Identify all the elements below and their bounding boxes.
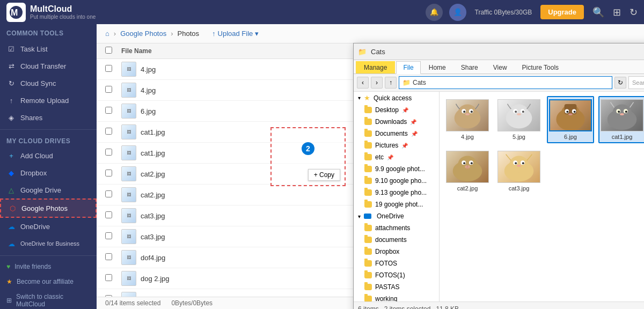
search-box[interactable]: Search Cats 🔍 xyxy=(628,76,644,89)
sidebar-item-dropbox[interactable]: ◆ Dropbox xyxy=(0,164,97,181)
row-check[interactable] xyxy=(105,232,121,241)
nav-forward-button[interactable]: › xyxy=(371,77,383,89)
row-check[interactable] xyxy=(105,65,121,73)
ribbon-tab-share[interactable]: Share xyxy=(454,61,485,73)
grid-icon[interactable]: ⊞ xyxy=(613,6,621,18)
upgrade-button[interactable]: Upgrade xyxy=(540,5,584,19)
thumb-item-cat1jpg[interactable]: cat1.jpg xyxy=(598,96,644,143)
thumb-item-5jpg[interactable]: 5.jpg xyxy=(495,96,543,143)
sidebar-item-google-drive[interactable]: △ Google Drive xyxy=(0,181,97,198)
9-9-label: 9.9 google phot... xyxy=(375,165,425,173)
sidebar-item-cloud-transfer[interactable]: ⇄ Cloud Transfer xyxy=(0,57,97,75)
nav-up-button[interactable]: ↑ xyxy=(385,77,397,89)
sidebar-classic[interactable]: ⊞ Switch to classic MultCloud xyxy=(0,289,97,309)
row-check[interactable] xyxy=(105,170,121,178)
nav-panel-fotos[interactable]: FOTOS xyxy=(354,258,439,269)
nav-panel-downloads[interactable]: Downloads 📌 xyxy=(354,116,439,128)
svg-point-7 xyxy=(471,111,473,113)
file-thumb: 🖼 xyxy=(121,229,136,244)
ribbon-tab-file[interactable]: File xyxy=(396,61,420,74)
remote-upload-icon: ↑ xyxy=(6,95,16,105)
upload-file-button[interactable]: ↑ Upload File ▾ xyxy=(212,30,259,38)
thumb-item-6jpg[interactable]: 6.jpg xyxy=(547,96,594,143)
documents-label: Documents xyxy=(375,130,408,137)
quick-access-arrow: ▾ xyxy=(358,95,361,101)
nav-panel-fotos1[interactable]: FOTOS(1) xyxy=(354,269,439,281)
row-check[interactable] xyxy=(105,86,121,94)
ribbon-tab-picture-tools[interactable]: Picture Tools xyxy=(515,61,566,73)
ribbon-tab-view[interactable]: View xyxy=(486,61,514,73)
explorer-statusbar: 6 items 2 items selected 11.8 KB ≡ ⊟ xyxy=(354,301,644,309)
thumb-item-cat2jpg[interactable]: cat2.jpg xyxy=(444,148,491,195)
nav-panel-9-10[interactable]: 9.10 google pho... xyxy=(354,175,439,187)
refresh-icon[interactable]: ↻ xyxy=(630,6,638,18)
sidebar-label-remote-upload: Remote Upload xyxy=(20,97,69,105)
quick-access-header[interactable]: ▾ ★ Quick access xyxy=(354,92,439,104)
search-icon[interactable]: 🔍 xyxy=(592,6,604,18)
nav-back-button[interactable]: ‹ xyxy=(357,77,369,89)
nav-panel-9-13[interactable]: 9.13 google pho... xyxy=(354,187,439,198)
row-check[interactable] xyxy=(105,107,121,115)
onedrive-section-header[interactable]: ▾ OneDrive xyxy=(354,210,439,222)
folder-icon xyxy=(364,142,372,149)
thumb-label: cat1.jpg xyxy=(612,134,633,140)
file-thumb: 🖼 xyxy=(121,271,136,286)
nav-panel-pictures[interactable]: Pictures 📌 xyxy=(354,139,439,151)
nav-panel-desktop[interactable]: Desktop 📌 xyxy=(354,104,439,116)
sidebar-item-shares[interactable]: ◈ Shares xyxy=(0,109,97,126)
sidebar-item-cloud-sync[interactable]: ↻ Cloud Sync xyxy=(0,75,97,92)
thumb-item-4jpg[interactable]: 4.jpg xyxy=(444,96,491,143)
sidebar-label-google-drive: Google Drive xyxy=(20,186,61,194)
topbar-right: 🔔 👤 Traffic 0Bytes/30GB Upgrade 🔍 ⊞ ↻ xyxy=(426,4,638,21)
nav-panel-19[interactable]: 19 google phot... xyxy=(354,198,439,210)
nav-panel-documents[interactable]: Documents 📌 xyxy=(354,128,439,139)
select-all-checkbox[interactable] xyxy=(105,47,112,54)
copy-button[interactable]: + Copy xyxy=(308,169,340,181)
sidebar-affiliate[interactable]: ★ Become our affiliate xyxy=(0,274,97,289)
invite-label: Invite friends xyxy=(14,263,51,270)
folder-icon xyxy=(364,119,372,125)
row-check[interactable] xyxy=(105,274,121,283)
nav-path-bar[interactable]: 📁 Cats xyxy=(399,76,612,89)
ribbon-tab-manage[interactable]: Manage xyxy=(356,61,395,73)
invite-icon: ♥ xyxy=(6,263,10,270)
row-check[interactable] xyxy=(105,211,121,220)
header-check[interactable] xyxy=(105,47,121,55)
row-check[interactable] xyxy=(105,253,121,262)
sidebar-item-add-cloud[interactable]: + Add Cloud xyxy=(0,147,97,164)
nav-panel-etc[interactable]: etc 📌 xyxy=(354,151,439,163)
fotos-label: FOTOS xyxy=(375,260,397,267)
classic-label: Switch to classic MultCloud xyxy=(16,293,90,308)
breadcrumb-google-photos[interactable]: Google Photos xyxy=(120,30,166,38)
thumb-label: 4.jpg xyxy=(461,134,474,140)
sidebar-item-onedrive-business[interactable]: ☁ OneDrive for Business xyxy=(0,235,97,252)
folder-icon xyxy=(364,178,372,184)
pin-icon: 📌 xyxy=(410,119,416,125)
home-breadcrumb-icon[interactable]: ⌂ xyxy=(105,30,109,38)
nav-refresh-button[interactable]: ↻ xyxy=(614,77,626,89)
file-thumb: 🖼 xyxy=(121,208,136,223)
sidebar-invite-friends[interactable]: ♥ Invite friends xyxy=(0,259,97,274)
ribbon-tabs: Manage File Home Share View Picture Tool… xyxy=(354,60,644,73)
nav-panel-pastas[interactable]: PASTAS xyxy=(354,281,439,293)
pin-icon: 📌 xyxy=(401,143,408,149)
search-box-placeholder: Search Cats xyxy=(632,79,644,86)
nav-panel-dropbox-od[interactable]: Dropbox xyxy=(354,246,439,258)
nav-panel-documents-od[interactable]: documents xyxy=(354,234,439,246)
ribbon-tab-home[interactable]: Home xyxy=(422,61,453,73)
thumb-item-cat3jpg[interactable]: cat3.jpg xyxy=(495,148,543,195)
svg-text:M: M xyxy=(11,8,18,17)
folder-icon xyxy=(364,154,372,160)
sidebar-item-task-list[interactable]: ☑ Task List xyxy=(0,40,97,57)
avatar[interactable]: 👤 xyxy=(449,4,466,21)
sidebar-item-remote-upload[interactable]: ↑ Remote Upload xyxy=(0,92,97,109)
row-check[interactable] xyxy=(105,128,121,136)
notification-icon[interactable]: 🔔 xyxy=(426,4,443,21)
nav-panel-9-9[interactable]: 9.9 google phot... xyxy=(354,163,439,175)
sidebar-item-google-photos[interactable]: ⬡ Google Photos xyxy=(0,198,97,218)
row-check[interactable] xyxy=(105,149,121,157)
row-check[interactable] xyxy=(105,190,121,199)
nav-panel-attachments[interactable]: attachments xyxy=(354,222,439,234)
sidebar-item-onedrive[interactable]: ☁ OneDrive xyxy=(0,218,97,235)
nav-panel-working[interactable]: working xyxy=(354,293,439,301)
